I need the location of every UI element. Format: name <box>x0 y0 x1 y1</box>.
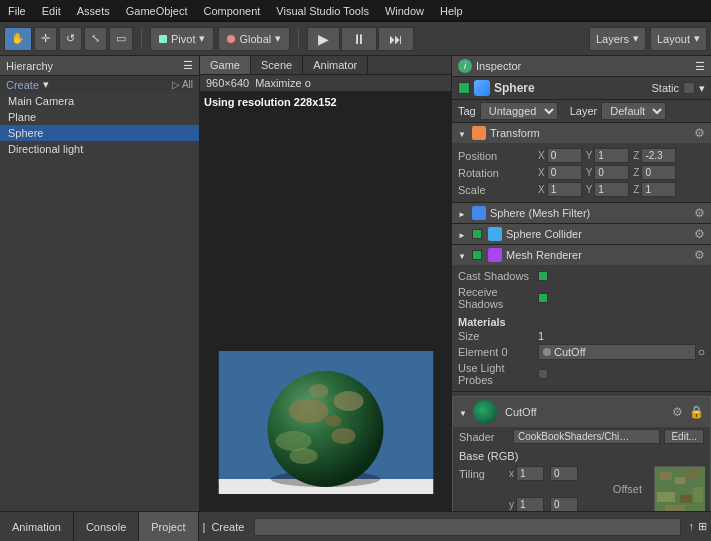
sphere-collider-checkbox[interactable] <box>472 229 482 239</box>
pos-y-input[interactable] <box>594 148 629 163</box>
mesh-renderer-gear[interactable]: ⚙ <box>694 248 705 262</box>
bottom-icon-2[interactable]: ⊞ <box>698 520 707 533</box>
static-checkbox[interactable] <box>683 82 695 94</box>
mesh-renderer-checkbox[interactable] <box>472 250 482 260</box>
resolution-label[interactable]: 960×640 <box>206 77 249 89</box>
use-light-probes-row: Use Light Probes <box>458 361 705 387</box>
hierarchy-search[interactable]: ▷ All <box>172 79 193 90</box>
global-icon <box>227 35 235 43</box>
offset-x-input[interactable] <box>550 466 578 481</box>
layout-dropdown[interactable]: Layout ▾ <box>650 27 707 51</box>
pause-button[interactable]: ⏸ <box>341 27 377 51</box>
hier-item-sphere[interactable]: Sphere <box>0 125 199 141</box>
bottom-create-btn[interactable]: Create <box>205 519 250 535</box>
cutoff-header[interactable]: CutOff ⚙ 🔒 <box>453 397 710 427</box>
global-button[interactable]: Global ▾ <box>218 27 290 51</box>
hier-item-main-camera[interactable]: Main Camera <box>0 93 199 109</box>
transform-foldout <box>458 127 468 139</box>
svg-point-10 <box>308 384 328 398</box>
element0-value[interactable]: CutOff <box>538 344 696 360</box>
rect-tool[interactable]: ▭ <box>109 27 133 51</box>
mesh-filter-header[interactable]: Sphere (Mesh Filter) ⚙ <box>452 203 711 223</box>
menu-edit[interactable]: Edit <box>34 3 69 19</box>
transform-gear[interactable]: ⚙ <box>694 126 705 140</box>
tab-animator[interactable]: Animator <box>303 56 368 74</box>
layers-dropdown[interactable]: Layers ▾ <box>589 27 646 51</box>
hier-item-directional-light[interactable]: Directional light <box>0 141 199 157</box>
hierarchy-menu-icon[interactable]: ☰ <box>183 59 193 72</box>
obj-name[interactable]: Sphere <box>494 81 647 95</box>
cutoff-lock-icon[interactable]: 🔒 <box>689 405 704 419</box>
static-arrow[interactable]: ▾ <box>699 82 705 95</box>
cast-shadows-checkbox[interactable] <box>538 271 548 281</box>
shader-edit-btn[interactable]: Edit... <box>664 429 704 444</box>
hier-item-plane[interactable]: Plane <box>0 109 199 125</box>
menu-gameobject[interactable]: GameObject <box>118 3 196 19</box>
menu-assets[interactable]: Assets <box>69 3 118 19</box>
inspector-menu-icon[interactable]: ☰ <box>695 60 705 73</box>
materials-row: Materials <box>458 315 705 329</box>
move-tool[interactable]: ✛ <box>34 27 57 51</box>
maximize-label[interactable]: Maximize o <box>255 77 311 89</box>
shader-value[interactable]: CookBookShaders/Chi… <box>513 429 660 444</box>
view-content[interactable]: Using resolution 228x152 <box>200 92 451 511</box>
rot-x-input[interactable] <box>547 165 582 180</box>
scl-z-input[interactable] <box>641 182 676 197</box>
hierarchy-create-btn[interactable]: Create <box>6 79 39 91</box>
element0-circle[interactable]: ○ <box>698 345 705 359</box>
transform-body: Position X Y Z Rotation X Y Z <box>452 143 711 202</box>
scl-y-input[interactable] <box>594 182 629 197</box>
step-button[interactable]: ⏭ <box>378 27 414 51</box>
element0-label: Element 0 <box>458 346 538 358</box>
layout-label: Layout <box>657 33 690 45</box>
tiling-x-input[interactable] <box>516 466 544 481</box>
menu-help[interactable]: Help <box>432 3 471 19</box>
menu-file[interactable]: File <box>0 3 34 19</box>
hand-tool[interactable]: ✋ <box>4 27 32 51</box>
transform-header[interactable]: Transform ⚙ <box>452 123 711 143</box>
rot-y-input[interactable] <box>594 165 629 180</box>
scl-x-input[interactable] <box>547 182 582 197</box>
pivot-button[interactable]: Pivot ▾ <box>150 27 214 51</box>
tab-console[interactable]: Console <box>74 512 139 541</box>
layer-dropdown[interactable]: Default <box>601 102 666 120</box>
rotate-tool[interactable]: ↺ <box>59 27 82 51</box>
bottom-search-input[interactable] <box>254 518 680 536</box>
mesh-renderer-header[interactable]: Mesh Renderer ⚙ <box>452 245 711 265</box>
inspector-header: i Inspector ☰ <box>452 56 711 77</box>
tab-scene[interactable]: Scene <box>251 56 303 74</box>
tiling-row: Tiling x <box>459 466 646 481</box>
bottom-icon-1[interactable]: ↑ <box>689 520 695 533</box>
scl-x: X <box>538 182 582 197</box>
texture-thumb-col: Select <box>654 466 704 511</box>
sphere-collider-header[interactable]: Sphere Collider ⚙ <box>452 224 711 244</box>
tiling-y-input[interactable] <box>516 497 544 511</box>
rot-z-input[interactable] <box>641 165 676 180</box>
cutoff-gear[interactable]: ⚙ <box>672 405 683 419</box>
texture-thumbnail[interactable] <box>654 466 704 511</box>
tab-animation[interactable]: Animation <box>0 512 74 541</box>
pos-z-input[interactable] <box>641 148 676 163</box>
static-label: Static <box>651 82 679 94</box>
svg-rect-18 <box>680 495 692 503</box>
bottom-bar: Animation Console Project | Create ↑ ⊞ <box>0 511 711 541</box>
pos-x-input[interactable] <box>547 148 582 163</box>
offset-header: Offset <box>459 483 646 495</box>
svg-rect-14 <box>660 472 672 480</box>
tag-dropdown[interactable]: Untagged <box>480 102 558 120</box>
receive-shadows-checkbox[interactable] <box>538 293 548 303</box>
position-values: X Y Z <box>538 148 705 163</box>
mesh-filter-gear[interactable]: ⚙ <box>694 206 705 220</box>
obj-active-checkbox[interactable] <box>458 82 470 94</box>
menu-component[interactable]: Component <box>195 3 268 19</box>
shader-row: Shader CookBookShaders/Chi… Edit... <box>453 427 710 446</box>
menu-vs-tools[interactable]: Visual Studio Tools <box>268 3 377 19</box>
play-button[interactable]: ▶ <box>307 27 340 51</box>
menu-window[interactable]: Window <box>377 3 432 19</box>
tab-project[interactable]: Project <box>139 512 198 541</box>
sphere-collider-gear[interactable]: ⚙ <box>694 227 705 241</box>
scale-tool[interactable]: ⤡ <box>84 27 107 51</box>
offset-y-input[interactable] <box>550 497 578 511</box>
tab-game[interactable]: Game <box>200 56 251 74</box>
use-light-probes-checkbox[interactable] <box>538 369 548 379</box>
